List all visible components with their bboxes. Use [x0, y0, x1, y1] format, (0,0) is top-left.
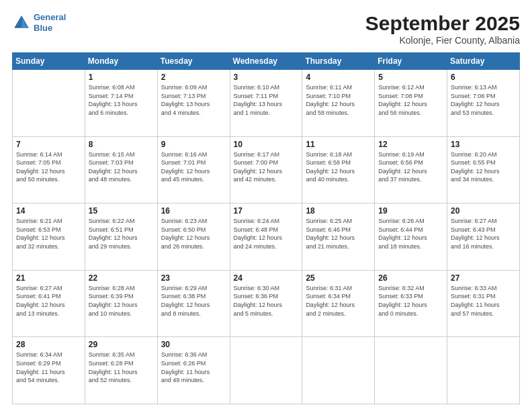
day-cell: 15Sunrise: 6:22 AM Sunset: 6:51 PM Dayli… [85, 203, 157, 271]
day-info: Sunrise: 6:31 AM Sunset: 6:34 PM Dayligh… [306, 284, 371, 318]
day-info: Sunrise: 6:12 AM Sunset: 7:08 PM Dayligh… [378, 83, 443, 117]
day-cell: 12Sunrise: 6:19 AM Sunset: 6:56 PM Dayli… [375, 136, 447, 203]
day-info: Sunrise: 6:32 AM Sunset: 6:33 PM Dayligh… [378, 284, 443, 318]
day-number: 30 [161, 340, 226, 349]
day-cell [230, 337, 302, 404]
day-cell [447, 337, 520, 404]
day-info: Sunrise: 6:29 AM Sunset: 6:38 PM Dayligh… [161, 284, 226, 318]
day-cell: 13Sunrise: 6:20 AM Sunset: 6:55 PM Dayli… [447, 136, 520, 203]
day-cell [302, 337, 375, 404]
day-info: Sunrise: 6:23 AM Sunset: 6:50 PM Dayligh… [161, 217, 226, 250]
day-cell: 18Sunrise: 6:25 AM Sunset: 6:46 PM Dayli… [302, 203, 375, 271]
day-info: Sunrise: 6:34 AM Sunset: 6:29 PM Dayligh… [16, 351, 81, 384]
col-header-thursday: Thursday [302, 53, 375, 70]
day-cell: 17Sunrise: 6:24 AM Sunset: 6:48 PM Dayli… [230, 203, 302, 271]
day-number: 7 [16, 140, 81, 149]
day-info: Sunrise: 6:08 AM Sunset: 7:14 PM Dayligh… [89, 83, 154, 117]
day-cell: 24Sunrise: 6:30 AM Sunset: 6:36 PM Dayli… [230, 270, 302, 337]
day-number: 22 [89, 273, 154, 283]
day-number: 25 [306, 273, 371, 283]
day-cell: 8Sunrise: 6:15 AM Sunset: 7:03 PM Daylig… [85, 136, 157, 203]
day-cell: 1Sunrise: 6:08 AM Sunset: 7:14 PM Daylig… [85, 70, 157, 137]
day-cell: 27Sunrise: 6:33 AM Sunset: 6:31 PM Dayli… [447, 270, 520, 337]
logo-icon [12, 13, 31, 32]
day-cell: 5Sunrise: 6:12 AM Sunset: 7:08 PM Daylig… [375, 70, 447, 137]
day-info: Sunrise: 6:30 AM Sunset: 6:36 PM Dayligh… [234, 284, 299, 318]
day-number: 10 [234, 140, 299, 149]
day-info: Sunrise: 6:21 AM Sunset: 6:53 PM Dayligh… [16, 217, 81, 250]
day-number: 23 [161, 273, 226, 283]
day-info: Sunrise: 6:24 AM Sunset: 6:48 PM Dayligh… [234, 217, 299, 250]
day-cell [13, 70, 85, 137]
day-cell: 19Sunrise: 6:26 AM Sunset: 6:44 PM Dayli… [375, 203, 447, 271]
col-header-monday: Monday [85, 53, 157, 70]
day-cell: 20Sunrise: 6:27 AM Sunset: 6:43 PM Dayli… [447, 203, 520, 271]
day-cell: 3Sunrise: 6:10 AM Sunset: 7:11 PM Daylig… [230, 70, 302, 137]
day-number: 19 [378, 206, 443, 216]
day-cell: 29Sunrise: 6:35 AM Sunset: 6:28 PM Dayli… [85, 337, 157, 404]
day-cell: 22Sunrise: 6:28 AM Sunset: 6:39 PM Dayli… [85, 270, 157, 337]
day-info: Sunrise: 6:19 AM Sunset: 6:56 PM Dayligh… [378, 150, 443, 184]
day-number: 8 [89, 140, 154, 149]
day-number: 29 [89, 340, 154, 349]
day-cell [375, 337, 447, 404]
day-number: 27 [451, 273, 516, 283]
day-cell: 26Sunrise: 6:32 AM Sunset: 6:33 PM Dayli… [375, 270, 447, 337]
day-number: 5 [378, 73, 443, 82]
day-info: Sunrise: 6:17 AM Sunset: 7:00 PM Dayligh… [234, 150, 299, 184]
day-info: Sunrise: 6:20 AM Sunset: 6:55 PM Dayligh… [451, 150, 516, 184]
day-info: Sunrise: 6:10 AM Sunset: 7:11 PM Dayligh… [234, 83, 299, 117]
col-header-saturday: Saturday [447, 53, 520, 70]
logo-line2: Blue [34, 23, 66, 34]
title-block: September 2025 Kolonje, Fier County, Alb… [365, 12, 520, 46]
day-number: 4 [306, 73, 371, 82]
day-info: Sunrise: 6:22 AM Sunset: 6:51 PM Dayligh… [89, 217, 154, 250]
day-number: 21 [16, 273, 81, 283]
day-cell: 21Sunrise: 6:27 AM Sunset: 6:41 PM Dayli… [13, 270, 85, 337]
day-number: 18 [306, 206, 371, 216]
col-header-friday: Friday [375, 53, 447, 70]
day-cell: 7Sunrise: 6:14 AM Sunset: 7:05 PM Daylig… [13, 136, 85, 203]
day-info: Sunrise: 6:35 AM Sunset: 6:28 PM Dayligh… [89, 351, 154, 384]
day-number: 2 [161, 73, 226, 82]
day-info: Sunrise: 6:15 AM Sunset: 7:03 PM Dayligh… [89, 150, 154, 184]
day-cell: 16Sunrise: 6:23 AM Sunset: 6:50 PM Dayli… [157, 203, 230, 271]
calendar-table: SundayMondayTuesdayWednesdayThursdayFrid… [12, 52, 520, 404]
day-cell: 9Sunrise: 6:16 AM Sunset: 7:01 PM Daylig… [157, 136, 230, 203]
day-number: 15 [89, 206, 154, 216]
day-info: Sunrise: 6:13 AM Sunset: 7:06 PM Dayligh… [451, 83, 516, 117]
day-info: Sunrise: 6:11 AM Sunset: 7:10 PM Dayligh… [306, 83, 371, 117]
day-number: 16 [161, 206, 226, 216]
week-row-5: 28Sunrise: 6:34 AM Sunset: 6:29 PM Dayli… [13, 337, 520, 404]
day-number: 28 [16, 340, 81, 349]
day-number: 11 [306, 140, 371, 149]
day-number: 1 [89, 73, 154, 82]
day-cell: 10Sunrise: 6:17 AM Sunset: 7:00 PM Dayli… [230, 136, 302, 203]
day-number: 3 [234, 73, 299, 82]
logo-text: General Blue [34, 12, 66, 33]
day-info: Sunrise: 6:27 AM Sunset: 6:41 PM Dayligh… [16, 284, 81, 318]
day-number: 14 [16, 206, 81, 216]
day-cell: 28Sunrise: 6:34 AM Sunset: 6:29 PM Dayli… [13, 337, 85, 404]
day-number: 24 [234, 273, 299, 283]
day-info: Sunrise: 6:27 AM Sunset: 6:43 PM Dayligh… [451, 217, 516, 250]
day-info: Sunrise: 6:18 AM Sunset: 6:58 PM Dayligh… [306, 150, 371, 184]
day-number: 12 [378, 140, 443, 149]
day-info: Sunrise: 6:26 AM Sunset: 6:44 PM Dayligh… [378, 217, 443, 250]
day-info: Sunrise: 6:14 AM Sunset: 7:05 PM Dayligh… [16, 150, 81, 184]
day-cell: 4Sunrise: 6:11 AM Sunset: 7:10 PM Daylig… [302, 70, 375, 137]
day-number: 26 [378, 273, 443, 283]
day-cell: 6Sunrise: 6:13 AM Sunset: 7:06 PM Daylig… [447, 70, 520, 137]
day-cell: 14Sunrise: 6:21 AM Sunset: 6:53 PM Dayli… [13, 203, 85, 271]
col-header-sunday: Sunday [13, 53, 85, 70]
header: General Blue September 2025 Kolonje, Fie… [12, 12, 520, 46]
week-row-1: 1Sunrise: 6:08 AM Sunset: 7:14 PM Daylig… [13, 70, 520, 137]
col-header-tuesday: Tuesday [157, 53, 230, 70]
day-info: Sunrise: 6:16 AM Sunset: 7:01 PM Dayligh… [161, 150, 226, 184]
day-info: Sunrise: 6:36 AM Sunset: 6:26 PM Dayligh… [161, 351, 226, 384]
day-cell: 2Sunrise: 6:09 AM Sunset: 7:13 PM Daylig… [157, 70, 230, 137]
day-info: Sunrise: 6:25 AM Sunset: 6:46 PM Dayligh… [306, 217, 371, 250]
calendar-title: September 2025 [365, 12, 520, 35]
logo-line1: General [34, 12, 66, 23]
logo: General Blue [12, 12, 66, 33]
